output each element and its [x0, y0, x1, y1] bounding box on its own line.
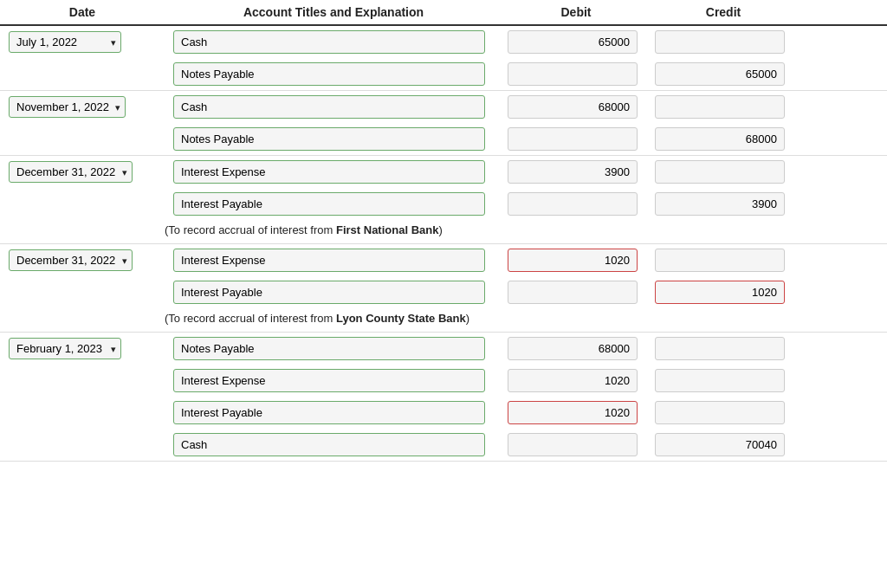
date-cell: February 1, 2023: [0, 338, 165, 359]
credit-input[interactable]: [655, 192, 785, 216]
date-wrapper[interactable]: February 1, 2023: [9, 338, 121, 359]
credit-input[interactable]: [655, 369, 785, 392]
header-account: Account Titles and Explanation: [165, 5, 502, 19]
credit-input[interactable]: [655, 337, 785, 360]
entry-block: February 1, 2023: [0, 333, 887, 462]
date-cell: July 1, 2022: [0, 31, 165, 53]
credit-input[interactable]: [655, 30, 785, 54]
debit-input[interactable]: [508, 249, 638, 272]
account-input[interactable]: [173, 337, 485, 360]
account-cell: [165, 127, 502, 151]
credit-cell: [650, 192, 797, 216]
debit-cell: [502, 337, 650, 360]
credit-cell: [650, 401, 797, 424]
table-row: July 1, 2022: [0, 26, 887, 58]
credit-input[interactable]: [655, 249, 785, 272]
date-wrapper[interactable]: December 31, 2022: [9, 161, 133, 183]
table-row: December 31, 2022: [0, 244, 887, 276]
date-cell: December 31, 2022: [0, 249, 165, 271]
debit-input[interactable]: [508, 433, 638, 456]
debit-input[interactable]: [508, 30, 638, 54]
date-select[interactable]: February 1, 2023: [9, 338, 121, 359]
debit-input[interactable]: [508, 369, 638, 392]
account-cell: [165, 281, 502, 304]
credit-input[interactable]: [655, 401, 785, 424]
account-cell: [165, 62, 502, 86]
journal-entries: July 1, 2022November 1, 2022December 31,…: [0, 26, 887, 462]
account-cell: [165, 337, 502, 360]
entry-block: December 31, 2022(To record accrual of i…: [0, 156, 887, 244]
note-row: (To record accrual of interest from Firs…: [0, 220, 887, 243]
date-wrapper[interactable]: November 1, 2022: [9, 96, 126, 118]
header-debit: Debit: [502, 5, 650, 19]
credit-cell: [650, 160, 797, 184]
account-input[interactable]: [173, 369, 485, 392]
debit-cell: [502, 95, 650, 119]
debit-input[interactable]: [508, 95, 638, 119]
header-date: Date: [0, 5, 165, 19]
credit-input[interactable]: [655, 281, 785, 304]
credit-cell: [650, 281, 797, 304]
debit-cell: [502, 401, 650, 424]
credit-input[interactable]: [655, 160, 785, 184]
table-row: [0, 123, 887, 155]
debit-cell: [502, 160, 650, 184]
header-credit: Credit: [650, 5, 797, 19]
table-row: [0, 276, 887, 308]
date-cell: November 1, 2022: [0, 96, 165, 118]
debit-input[interactable]: [508, 337, 638, 360]
account-cell: [165, 249, 502, 272]
account-input[interactable]: [173, 249, 485, 272]
debit-cell: [502, 30, 650, 54]
date-cell: December 31, 2022: [0, 161, 165, 183]
account-input[interactable]: [173, 160, 485, 184]
account-cell: [165, 192, 502, 216]
credit-cell: [650, 337, 797, 360]
debit-cell: [502, 192, 650, 216]
date-select[interactable]: November 1, 2022: [9, 96, 126, 118]
debit-input[interactable]: [508, 160, 638, 184]
debit-cell: [502, 281, 650, 304]
credit-input[interactable]: [655, 62, 785, 86]
note-text: (To record accrual of interest from Lyon…: [165, 312, 469, 325]
account-cell: [165, 95, 502, 119]
date-wrapper[interactable]: December 31, 2022: [9, 249, 133, 271]
credit-input[interactable]: [655, 95, 785, 119]
debit-input[interactable]: [508, 62, 638, 86]
account-cell: [165, 433, 502, 456]
debit-input[interactable]: [508, 281, 638, 304]
table-row: [0, 188, 887, 220]
debit-cell: [502, 249, 650, 272]
entry-block: December 31, 2022(To record accrual of i…: [0, 244, 887, 333]
account-input[interactable]: [173, 62, 485, 86]
date-select[interactable]: December 31, 2022: [9, 249, 133, 271]
date-select[interactable]: December 31, 2022: [9, 161, 133, 183]
credit-input[interactable]: [655, 433, 785, 456]
date-wrapper[interactable]: July 1, 2022: [9, 31, 121, 53]
table-row: February 1, 2023: [0, 333, 887, 365]
debit-cell: [502, 433, 650, 456]
entry-block: November 1, 2022: [0, 91, 887, 156]
table-row: November 1, 2022: [0, 91, 887, 123]
credit-cell: [650, 62, 797, 86]
account-input[interactable]: [173, 95, 485, 119]
debit-input[interactable]: [508, 192, 638, 216]
credit-cell: [650, 95, 797, 119]
credit-cell: [650, 433, 797, 456]
debit-cell: [502, 369, 650, 392]
account-input[interactable]: [173, 30, 485, 54]
credit-cell: [650, 369, 797, 392]
account-input[interactable]: [173, 401, 485, 424]
account-input[interactable]: [173, 127, 485, 151]
account-input[interactable]: [173, 192, 485, 216]
debit-input[interactable]: [508, 127, 638, 151]
note-text: (To record accrual of interest from Firs…: [165, 223, 443, 236]
table-row: [0, 397, 887, 429]
account-input[interactable]: [173, 281, 485, 304]
table-row: [0, 365, 887, 397]
credit-cell: [650, 249, 797, 272]
account-input[interactable]: [173, 433, 485, 456]
credit-input[interactable]: [655, 127, 785, 151]
date-select[interactable]: July 1, 2022: [9, 31, 121, 53]
debit-input[interactable]: [508, 401, 638, 424]
